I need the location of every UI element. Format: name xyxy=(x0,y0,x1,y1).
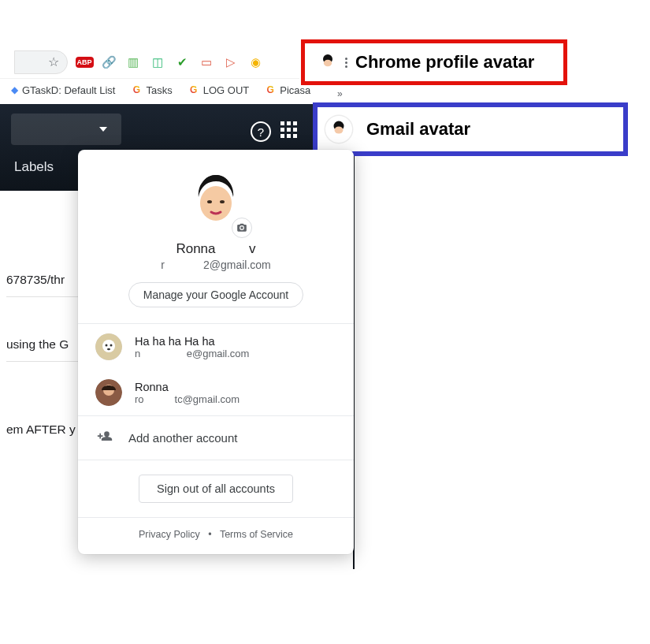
labels-tab[interactable]: Labels xyxy=(14,159,54,175)
arrow-extension-icon[interactable]: ▷ xyxy=(223,54,239,70)
signout-button[interactable]: Sign out of all accounts xyxy=(139,475,293,503)
address-bar-end[interactable]: ☆ xyxy=(14,50,68,74)
svg-point-8 xyxy=(207,200,212,203)
account-row[interactable]: Ronna roxxxxxxtc@gmail.com xyxy=(78,370,354,415)
add-account-button[interactable]: Add another account xyxy=(78,416,354,460)
body-divider xyxy=(6,361,81,362)
body-text-fragment: using the G xyxy=(6,337,69,352)
add-person-icon xyxy=(97,429,113,447)
abp-extension-icon[interactable]: ABP xyxy=(76,54,92,70)
note-extension-icon[interactable]: ▥ xyxy=(125,54,141,70)
svg-point-9 xyxy=(220,200,225,203)
popup-footer: Privacy Policy • Terms of Service xyxy=(78,518,354,554)
body-text-fragment: em AFTER y xyxy=(6,423,76,437)
gmail-avatar-annotation-label: Gmail avatar xyxy=(366,119,470,140)
chrome-menu-icon[interactable] xyxy=(345,58,348,68)
bookmark-overflow-icon[interactable]: » xyxy=(337,88,343,99)
privacy-link[interactable]: Privacy Policy xyxy=(139,529,200,540)
body-text-fragment: 678735/thr xyxy=(6,273,65,287)
swirl-extension-icon[interactable]: ◉ xyxy=(247,54,263,70)
primary-avatar xyxy=(183,169,249,235)
bookmarks-bar: ◆ GTaskD: Default List G Tasks G LOG OUT… xyxy=(11,79,342,101)
bookmark-label: Picasa xyxy=(280,84,310,96)
svg-point-13 xyxy=(110,344,113,347)
check-extension-icon[interactable]: ✔ xyxy=(174,54,190,70)
account-email: nxxxxxxxxxe@gmail.com xyxy=(135,348,249,359)
svg-point-5 xyxy=(335,127,344,134)
primary-account-email: rxxxxxxx2@gmail.com xyxy=(94,259,338,271)
separator-dot: • xyxy=(208,529,211,540)
app-extension-icon[interactable]: ◫ xyxy=(150,54,165,70)
svg-point-12 xyxy=(106,344,108,347)
chrome-profile-avatar-icon[interactable] xyxy=(318,52,338,73)
primary-account-name: Ronnaxxxxxv xyxy=(94,241,338,257)
google-apps-icon[interactable] xyxy=(280,121,299,140)
bookmark-icon: ◆ xyxy=(11,84,18,95)
bookmark-tasks[interactable]: G Tasks xyxy=(132,84,173,96)
bookmark-label: Tasks xyxy=(147,84,173,96)
bookmark-label: LOG OUT xyxy=(203,84,250,96)
signout-section: Sign out of all accounts xyxy=(78,460,354,517)
google-icon: G xyxy=(265,84,276,95)
gmail-avatar-icon[interactable] xyxy=(325,116,352,143)
camera-icon[interactable] xyxy=(232,218,252,238)
bookmark-label: GTaskD: Default List xyxy=(22,84,116,96)
account-email: roxxxxxxtc@gmail.com xyxy=(135,393,240,405)
gmail-avatar-annotation: Gmail avatar xyxy=(313,102,628,156)
google-icon: G xyxy=(188,84,199,95)
chrome-toolbar: ☆ ABP 🔗 ▥ ◫ ✔ ▭ ▷ ◉ xyxy=(0,46,299,79)
caret-down-icon xyxy=(99,127,107,132)
slides-extension-icon[interactable]: ▭ xyxy=(199,54,214,70)
bookmark-gtaskd[interactable]: ◆ GTaskD: Default List xyxy=(11,84,116,96)
terms-link[interactable]: Terms of Service xyxy=(220,529,293,540)
account-popup: Ronnaxxxxxv rxxxxxxx2@gmail.com Manage y… xyxy=(78,150,354,554)
svg-point-7 xyxy=(200,186,232,221)
chrome-profile-annotation-label: Chrome profile avatar xyxy=(355,52,534,73)
manage-account-button[interactable]: Manage your Google Account xyxy=(128,282,303,307)
google-icon: G xyxy=(132,84,143,95)
account-name: Ronna xyxy=(135,381,240,393)
body-divider xyxy=(6,296,81,297)
svg-point-11 xyxy=(102,340,115,352)
svg-point-2 xyxy=(324,60,332,66)
account-avatar-icon xyxy=(95,333,122,360)
svg-point-14 xyxy=(107,348,110,351)
account-row[interactable]: Ha ha ha Ha ha nxxxxxxxxxe@gmail.com xyxy=(78,324,354,370)
bookmark-picasa[interactable]: G Picasa xyxy=(265,84,310,96)
account-name: Ha ha ha Ha ha xyxy=(135,335,249,348)
compose-dropdown[interactable] xyxy=(11,114,121,145)
help-icon[interactable]: ? xyxy=(251,121,271,142)
account-popup-header: Ronnaxxxxxv rxxxxxxx2@gmail.com Manage y… xyxy=(78,150,354,323)
bookmark-logout[interactable]: G LOG OUT xyxy=(188,84,250,96)
account-avatar-icon xyxy=(95,379,122,406)
add-account-label: Add another account xyxy=(128,431,237,445)
star-icon[interactable]: ☆ xyxy=(48,54,59,69)
link-extension-icon[interactable]: 🔗 xyxy=(101,54,117,70)
